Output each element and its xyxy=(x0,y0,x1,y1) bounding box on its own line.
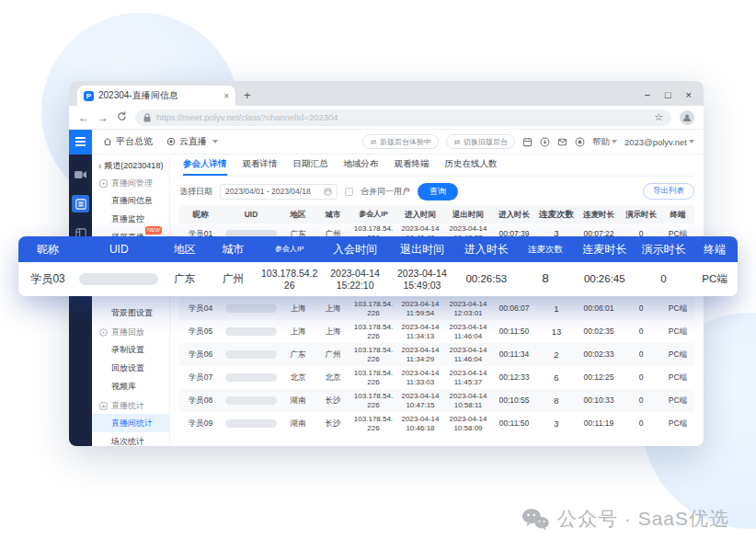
sidebar-item[interactable]: 直播监控 xyxy=(92,210,169,228)
table-cell xyxy=(222,396,281,405)
lock-icon xyxy=(143,113,151,122)
table-cell: 00:12:25 xyxy=(577,372,621,382)
table-header-cell: 昵称 xyxy=(18,243,77,256)
icon-rail xyxy=(69,155,92,446)
table-cell: 103.178.54.226 xyxy=(350,392,396,409)
maximize-button[interactable]: □ xyxy=(665,89,671,100)
calendar-icon[interactable] xyxy=(522,137,533,147)
query-button[interactable]: 查询 xyxy=(418,183,458,201)
refresh-icon[interactable] xyxy=(117,111,127,123)
table-cell: 上海 xyxy=(315,304,350,313)
nav-platform-overview[interactable]: 平台总览 xyxy=(103,135,153,148)
table-cell: 00:11:34 xyxy=(492,349,536,359)
table-cell: 2 xyxy=(536,349,577,360)
tab-item[interactable]: 地域分布 xyxy=(344,158,379,176)
switch-old-version-badge[interactable]: 切换旧版后台 xyxy=(446,134,515,149)
table-header-cell: 入会时间 xyxy=(322,243,389,256)
table-cell: PC端 xyxy=(661,327,694,336)
sidebar-item[interactable]: 视频库 xyxy=(92,377,169,395)
table-cell: 广东 xyxy=(281,349,315,359)
stats-icon xyxy=(99,402,108,410)
back-icon[interactable]: ← xyxy=(78,112,89,123)
download-icon[interactable] xyxy=(540,137,550,147)
tab-item[interactable]: 历史在线人数 xyxy=(445,158,498,176)
sidebar-item[interactable]: 回放设置 xyxy=(92,359,169,377)
table-header-cell: UID xyxy=(222,210,281,219)
menu-toggle[interactable] xyxy=(69,130,92,155)
sidebar-item[interactable]: 录制设置 xyxy=(92,340,169,359)
table-cell: 湖南 xyxy=(281,418,315,428)
table-cell xyxy=(222,327,281,336)
table-cell: 学员06 xyxy=(179,349,222,359)
video-camera-icon[interactable] xyxy=(72,166,89,183)
table-header-cell: 演示时长 xyxy=(621,210,661,219)
new-version-badge[interactable]: 新版后台体验中 xyxy=(362,134,439,149)
app-nav: 平台总览 云直播 xyxy=(103,135,218,148)
magnified-row-overlay: 昵称UID地区城市参会人IP入会时间退出时间进入时长连麦次数连麦时长演示时长终端… xyxy=(18,236,738,296)
table-row: 学员07北京北京103.178.54.2262023-04-1411:33:03… xyxy=(179,366,694,389)
new-tab-button[interactable]: + xyxy=(244,88,251,102)
table-header-cell: 进入时长 xyxy=(455,243,517,256)
list-icon[interactable] xyxy=(72,195,89,212)
content-tabs: 参会人详情观看详情日期汇总地域分布观看终端历史在线人数 xyxy=(179,155,694,177)
table-header-cell: 连麦次数 xyxy=(536,209,577,219)
minimize-button[interactable]: − xyxy=(644,89,649,100)
table-cell: 2023-04-1411:33:03 xyxy=(396,369,444,386)
sidebar-group-label[interactable]: 直播统计 xyxy=(92,398,169,414)
close-button[interactable]: × xyxy=(686,89,692,100)
sidebar-group-label[interactable]: 直播间管理 xyxy=(92,176,169,191)
merge-user-label: 合并同一用户 xyxy=(361,186,410,198)
tab-item[interactable]: 日期汇总 xyxy=(293,158,328,176)
table-cell xyxy=(222,350,281,359)
bookmark-star-icon[interactable]: ☆ xyxy=(654,111,663,123)
help-menu[interactable]: 帮助 xyxy=(592,136,617,148)
table-cell: 2023-04-1410:58:09 xyxy=(444,415,492,432)
sidebar-group-label[interactable]: 直播回放 xyxy=(92,325,169,340)
tab-title: 202304-直播间信息 xyxy=(98,89,219,102)
back-chevron-icon[interactable]: ‹ xyxy=(98,161,101,171)
forward-icon[interactable]: → xyxy=(97,112,109,123)
url-bar[interactable]: https://meet.polyv.net/class?channelId=2… xyxy=(135,109,671,126)
table-cell xyxy=(222,304,281,313)
window-controls: − □ × xyxy=(644,89,704,100)
uid-redacted xyxy=(79,273,158,285)
table-cell: 00:11:19 xyxy=(577,418,621,428)
browser-profile-avatar[interactable] xyxy=(680,110,694,125)
table-cell: 2023-04-1415:49:03 xyxy=(388,268,455,291)
account-menu[interactable]: 2023@polyv.net xyxy=(624,137,694,147)
table-cell: 广东 xyxy=(160,273,209,286)
table-cell: 0 xyxy=(621,372,661,382)
customer-service-icon[interactable] xyxy=(575,137,585,147)
sidebar-item[interactable]: 直播间信息 xyxy=(92,191,169,210)
date-range-input[interactable]: 2023/04/01 - 2023/04/18 xyxy=(220,184,338,200)
live-manage-icon xyxy=(99,179,108,188)
table-cell: 00:06:07 xyxy=(492,304,536,313)
sidebar-top-groups: 直播间管理直播间信息直播监控竖屏直播NEW xyxy=(92,173,169,246)
export-list-button[interactable]: 导出列表 xyxy=(643,183,694,200)
message-icon[interactable] xyxy=(557,137,567,147)
table-cell: PC端 xyxy=(661,418,694,428)
nav-cloud-live[interactable]: 云直播 xyxy=(166,135,218,148)
tab-item[interactable]: 参会人详情 xyxy=(183,158,227,176)
table-header-cell: 退出时间 xyxy=(444,210,492,219)
table-cell: 广州 xyxy=(209,273,258,286)
tab-item[interactable]: 观看详情 xyxy=(243,158,278,176)
table-row: 学员05上海上海103.178.54.2262023-04-1411:34:13… xyxy=(179,320,694,343)
uid-redacted xyxy=(225,396,277,405)
table-cell: 3 xyxy=(536,418,577,429)
sidebar-item[interactable]: 直播间统计 xyxy=(92,414,169,432)
table-cell: 8 xyxy=(517,271,573,286)
table-cell: 上海 xyxy=(281,327,315,336)
merge-user-checkbox[interactable] xyxy=(345,188,353,196)
sidebar-item[interactable]: 背景图设置 xyxy=(92,304,169,322)
browser-tab[interactable]: P 202304-直播间信息 × xyxy=(77,86,235,106)
sidebar-item[interactable]: 场次统计 xyxy=(92,432,169,446)
uid-redacted xyxy=(225,327,277,336)
tab-item[interactable]: 观看终端 xyxy=(395,158,430,176)
tab-close-icon[interactable]: × xyxy=(223,91,229,101)
swap-icon xyxy=(453,139,461,145)
table-header-cell: 连麦次数 xyxy=(517,244,573,254)
channel-header[interactable]: ‹ 频道(20230418) xyxy=(92,158,169,173)
table-cell: 北京 xyxy=(315,372,350,382)
table-cell: 0 xyxy=(621,327,661,336)
